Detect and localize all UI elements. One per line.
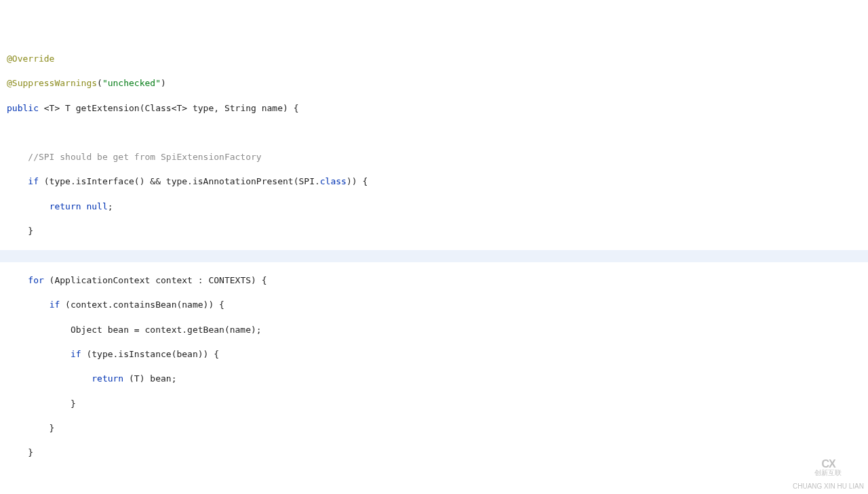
indent bbox=[7, 373, 92, 384]
keyword-public: public bbox=[7, 103, 39, 113]
blank-line bbox=[7, 127, 861, 139]
token: (ApplicationContext context : CONTEXTS) … bbox=[44, 275, 267, 285]
code-line: public <T> T getExtension(Class<T> type,… bbox=[7, 102, 861, 115]
code-line: if (context.containsBean(name)) { bbox=[7, 299, 861, 311]
keyword-if: if bbox=[71, 349, 81, 359]
token: ; bbox=[108, 201, 113, 211]
token: (type.isInterface() && type.isAnnotation… bbox=[39, 176, 320, 186]
blank-line bbox=[7, 472, 861, 484]
code-line: for (ApplicationContext context : CONTEX… bbox=[7, 274, 861, 287]
string-literal: "unchecked" bbox=[102, 78, 161, 88]
keyword-class: class bbox=[320, 176, 347, 186]
token: } bbox=[7, 226, 33, 236]
token: <T> T getExtension(Class<T> type, String… bbox=[39, 103, 299, 113]
code-line: } bbox=[7, 398, 861, 410]
code-line: } bbox=[7, 225, 861, 237]
token: (context.containsBean(name)) { bbox=[60, 300, 224, 310]
keyword-if: if bbox=[28, 176, 39, 186]
watermark-brand-cn: 创新互联 bbox=[814, 469, 842, 476]
watermark-brand-en: CHUANG XIN HU LIAN bbox=[793, 482, 864, 490]
comment: //SPI should be get from SpiExtensionFac… bbox=[7, 152, 262, 162]
code-line: @SuppressWarnings("unchecked") bbox=[7, 77, 861, 89]
code-line: } bbox=[7, 447, 861, 459]
token: )) { bbox=[347, 176, 368, 186]
token: } bbox=[7, 447, 33, 457]
code-line: @Override bbox=[7, 53, 861, 65]
code-line: //SPI should be get from SpiExtensionFac… bbox=[7, 151, 861, 163]
token: ( bbox=[97, 78, 102, 88]
code-line: return (T) bean; bbox=[7, 373, 861, 385]
code-line: } bbox=[7, 422, 861, 434]
code-line: if (type.isInterface() && type.isAnnotat… bbox=[7, 176, 861, 188]
indent bbox=[7, 300, 50, 310]
watermark: CX 创新互联 CHUANG XIN HU LIAN bbox=[789, 452, 864, 490]
code-line: Object bean = context.getBean(name); bbox=[7, 324, 861, 336]
token: (type.isInstance(bean)) { bbox=[81, 349, 220, 359]
code-line: if (type.isInstance(bean)) { bbox=[7, 348, 861, 361]
keyword-for: for bbox=[28, 275, 43, 285]
token: } bbox=[7, 423, 54, 433]
indent bbox=[7, 201, 50, 211]
token: Object bean = context.getBean(name); bbox=[7, 325, 262, 335]
highlighted-line bbox=[0, 250, 868, 262]
indent bbox=[7, 176, 28, 186]
annotation-override: @Override bbox=[7, 54, 54, 64]
annotation-suppress: @SuppressWarnings bbox=[7, 78, 97, 88]
keyword-if: if bbox=[50, 300, 60, 310]
indent bbox=[7, 275, 28, 285]
token: (T) bean; bbox=[123, 373, 176, 384]
watermark-logo: CX bbox=[821, 458, 835, 470]
keyword-return-null: return null bbox=[50, 201, 108, 211]
code-line: return null; bbox=[7, 201, 861, 213]
token: ) bbox=[161, 78, 166, 88]
token: } bbox=[7, 398, 76, 409]
indent bbox=[7, 349, 71, 359]
keyword-return: return bbox=[92, 373, 123, 384]
